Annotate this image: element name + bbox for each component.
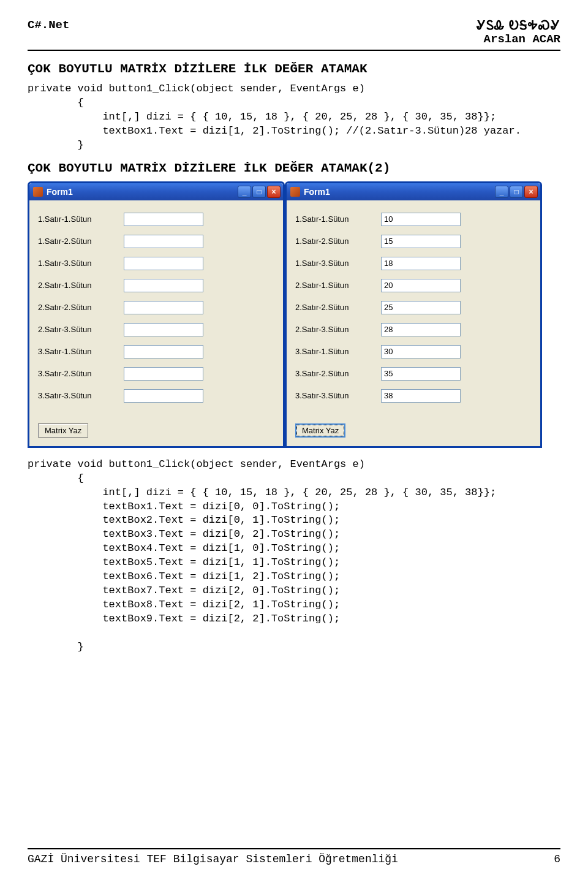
text-input[interactable] [124, 389, 203, 403]
text-input[interactable] [124, 301, 203, 314]
text-input[interactable] [124, 257, 203, 270]
page-footer: GAZİ Üniversitesi TEF Bilgisayar Sisteml… [28, 848, 560, 865]
maximize-button[interactable]: □ [252, 186, 266, 198]
field-label: 1.Satır-1.Sütun [295, 214, 381, 224]
text-input[interactable] [124, 235, 203, 248]
form-row: 3.Satır-1.Sütun [38, 345, 274, 358]
form-row: 2.Satır-3.Sütun28 [295, 323, 532, 336]
text-input[interactable]: 20 [381, 279, 461, 292]
titlebar: Form1 _ □ × [287, 183, 540, 200]
form-row: 2.Satır-2.Sütun [38, 301, 274, 314]
field-label: 3.Satır-2.Sütun [38, 369, 124, 378]
maximize-button[interactable]: □ [510, 186, 523, 198]
field-label: 3.Satır-1.Sütun [295, 347, 381, 356]
section-title-2: ÇOK BOYUTLU MATRİX DİZİLERE İLK DEĞER AT… [28, 161, 560, 175]
field-label: 1.Satır-1.Sütun [38, 214, 124, 224]
field-label: 2.Satır-2.Sütun [295, 303, 381, 312]
window-icon [290, 187, 300, 197]
field-label: 1.Satır-2.Sütun [38, 237, 124, 246]
form-row: 1.Satır-3.Sütun18 [295, 257, 532, 270]
form-window-left: Form1 _ □ × 1.Satır-1.Sütun 1.Satır-2.Sü… [28, 181, 285, 448]
text-input[interactable] [124, 367, 203, 381]
close-button[interactable]: × [267, 186, 281, 198]
matrix-write-button[interactable]: Matrix Yaz [38, 423, 88, 438]
form-row: 1.Satır-1.Sütun10 [295, 213, 532, 226]
field-label: 3.Satır-3.Sütun [295, 391, 381, 400]
text-input[interactable]: 38 [381, 389, 461, 403]
minimize-button[interactable]: _ [495, 186, 508, 198]
text-input[interactable] [124, 345, 203, 358]
form-row: 2.Satır-2.Sütun25 [295, 301, 532, 314]
text-input[interactable]: 18 [381, 257, 461, 270]
header-right: ᎽᏚᎲ ᎧᎦᎭᏍᎽ Arslan ACAR [477, 18, 560, 46]
form-row: 2.Satır-3.Sütun [38, 323, 274, 336]
field-label: 2.Satır-2.Sütun [38, 303, 124, 312]
field-label: 1.Satır-3.Sütun [295, 259, 381, 268]
field-label: 2.Satır-3.Sütun [295, 325, 381, 334]
form-window-right: Form1 _ □ × 1.Satır-1.Sütun10 1.Satır-2.… [285, 181, 542, 448]
form-row: 2.Satır-1.Sütun [38, 279, 274, 292]
footer-divider [28, 848, 560, 849]
header-divider [28, 50, 560, 51]
text-input[interactable]: 35 [381, 367, 461, 381]
form-body: 1.Satır-1.Sütun 1.Satır-2.Sütun 1.Satır-… [29, 200, 283, 446]
field-label: 1.Satır-3.Sütun [38, 259, 124, 268]
close-button[interactable]: × [524, 186, 538, 198]
section-title-1: ÇOK BOYUTLU MATRİX DİZİLERE İLK DEĞER AT… [28, 62, 560, 76]
form-row: 3.Satır-3.Sütun [38, 389, 274, 403]
window-icon [33, 187, 43, 197]
field-label: 3.Satır-1.Sütun [38, 347, 124, 356]
field-label: 3.Satır-3.Sütun [38, 391, 124, 400]
text-input[interactable]: 25 [381, 301, 461, 314]
text-input[interactable]: 28 [381, 323, 461, 336]
form-row: 3.Satır-2.Sütun [38, 367, 274, 381]
text-input[interactable] [124, 279, 203, 292]
form-row: 1.Satır-1.Sütun [38, 213, 274, 226]
form-row: 3.Satır-3.Sütun38 [295, 389, 532, 403]
form-row: 2.Satır-1.Sütun20 [295, 279, 532, 292]
page-header: C#.Net ᎽᏚᎲ ᎧᎦᎭᏍᎽ Arslan ACAR [28, 18, 560, 46]
matrix-write-button[interactable]: Matrix Yaz [295, 423, 345, 438]
code-block-1: private void button1_Click(object sender… [28, 82, 560, 153]
header-left: C#.Net [28, 18, 69, 32]
field-label: 1.Satır-2.Sütun [295, 237, 381, 246]
text-input[interactable] [124, 323, 203, 336]
titlebar: Form1 _ □ × [29, 183, 283, 200]
form-row: 1.Satır-2.Sütun15 [295, 235, 532, 248]
field-label: 3.Satır-2.Sütun [295, 369, 381, 378]
text-input[interactable]: 30 [381, 345, 461, 358]
header-author: Arslan ACAR [477, 32, 560, 46]
field-label: 2.Satır-1.Sütun [38, 281, 124, 290]
text-input[interactable]: 10 [381, 213, 461, 226]
footer-text: GAZİ Üniversitesi TEF Bilgisayar Sisteml… [28, 853, 398, 865]
form-row: 3.Satır-1.Sütun30 [295, 345, 532, 358]
field-label: 2.Satır-3.Sütun [38, 325, 124, 334]
form-row: 3.Satır-2.Sütun35 [295, 367, 532, 381]
form-row: 1.Satır-3.Sütun [38, 257, 274, 270]
window-title: Form1 [304, 187, 330, 197]
form-row: 1.Satır-2.Sütun [38, 235, 274, 248]
page-number: 6 [554, 853, 560, 865]
code-block-2: private void button1_Click(object sender… [28, 458, 560, 654]
form-body: 1.Satır-1.Sütun10 1.Satır-2.Sütun15 1.Sa… [287, 200, 540, 446]
forms-container: Form1 _ □ × 1.Satır-1.Sütun 1.Satır-2.Sü… [28, 181, 560, 448]
header-fancy: ᎽᏚᎲ ᎧᎦᎭᏍᎽ [477, 18, 560, 32]
text-input[interactable]: 15 [381, 235, 461, 248]
window-title: Form1 [47, 187, 73, 197]
text-input[interactable] [124, 213, 203, 226]
minimize-button[interactable]: _ [238, 186, 251, 198]
field-label: 2.Satır-1.Sütun [295, 281, 381, 290]
